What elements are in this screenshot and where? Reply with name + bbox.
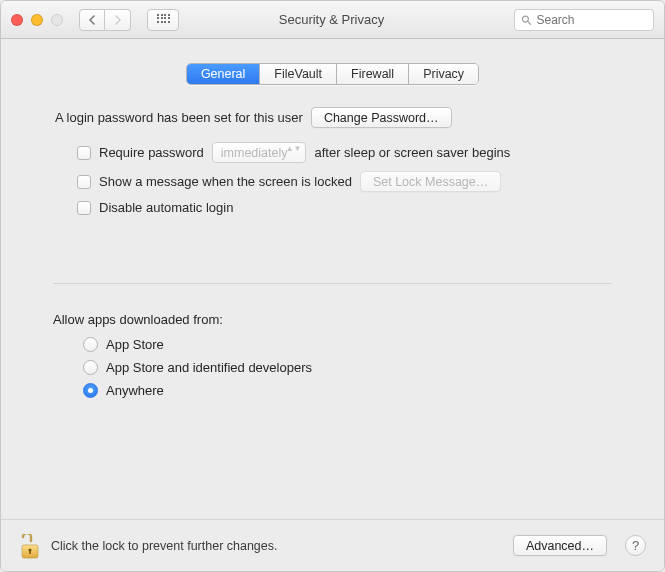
updown-icon: ▲▼: [286, 145, 302, 153]
set-lock-message-button: Set Lock Message…: [360, 171, 501, 192]
tab-filevault[interactable]: FileVault: [260, 64, 337, 84]
svg-line-1: [528, 21, 531, 24]
popup-value: immediately: [221, 146, 288, 160]
chevron-left-icon: [88, 15, 96, 25]
login-section: A login password has been set for this u…: [53, 107, 612, 284]
window-controls: [11, 14, 63, 26]
disable-auto-login-row: Disable automatic login: [77, 200, 612, 215]
radio-button[interactable]: [83, 383, 98, 398]
show-message-row: Show a message when the screen is locked…: [77, 171, 612, 192]
chevron-right-icon: [114, 15, 122, 25]
button-label: Change Password…: [324, 111, 439, 125]
svg-rect-4: [29, 550, 31, 554]
advanced-button[interactable]: Advanced…: [513, 535, 607, 556]
gatekeeper-options: App Store App Store and identified devel…: [83, 337, 612, 398]
radio-label: App Store and identified developers: [106, 360, 312, 375]
option-app-store[interactable]: App Store: [83, 337, 612, 352]
minimize-window-button[interactable]: [31, 14, 43, 26]
window-title: Security & Privacy: [159, 12, 504, 27]
require-password-label: Require password: [99, 145, 204, 160]
help-icon: ?: [632, 538, 639, 553]
radio-button[interactable]: [83, 337, 98, 352]
tab-firewall[interactable]: Firewall: [337, 64, 409, 84]
lock-hint-text: Click the lock to prevent further change…: [51, 539, 503, 553]
svg-point-0: [522, 16, 528, 22]
help-button[interactable]: ?: [625, 535, 646, 556]
forward-button[interactable]: [105, 9, 131, 31]
tab-label: Firewall: [351, 67, 394, 81]
tab-label: Privacy: [423, 67, 464, 81]
nav-buttons: [79, 9, 131, 31]
search-icon: [521, 14, 532, 26]
tab-label: FileVault: [274, 67, 322, 81]
require-password-checkbox[interactable]: [77, 146, 91, 160]
button-label: Set Lock Message…: [373, 175, 488, 189]
content-area: General FileVault Firewall Privacy A log…: [1, 39, 664, 519]
search-input[interactable]: [537, 13, 647, 27]
require-password-suffix: after sleep or screen saver begins: [314, 145, 510, 160]
show-message-checkbox[interactable]: [77, 175, 91, 189]
require-password-row: Require password immediately ▲▼ after sl…: [77, 142, 612, 163]
titlebar: Security & Privacy: [1, 1, 664, 39]
button-label: Advanced…: [526, 539, 594, 553]
tab-privacy[interactable]: Privacy: [409, 64, 478, 84]
lock-button[interactable]: [19, 532, 41, 560]
gatekeeper-heading: Allow apps downloaded from:: [53, 312, 612, 327]
back-button[interactable]: [79, 9, 105, 31]
login-status-text: A login password has been set for this u…: [55, 110, 303, 125]
preferences-window: Security & Privacy General FileVault Fir…: [0, 0, 665, 572]
disable-auto-login-label: Disable automatic login: [99, 200, 233, 215]
close-window-button[interactable]: [11, 14, 23, 26]
radio-label: App Store: [106, 337, 164, 352]
option-anywhere[interactable]: Anywhere: [83, 383, 612, 398]
change-password-button[interactable]: Change Password…: [311, 107, 452, 128]
radio-label: Anywhere: [106, 383, 164, 398]
general-panel: A login password has been set for this u…: [17, 101, 648, 398]
zoom-window-button: [51, 14, 63, 26]
require-password-delay-popup[interactable]: immediately ▲▼: [212, 142, 307, 163]
search-field[interactable]: [514, 9, 654, 31]
radio-button[interactable]: [83, 360, 98, 375]
disable-auto-login-checkbox[interactable]: [77, 201, 91, 215]
footer: Click the lock to prevent further change…: [1, 519, 664, 571]
gatekeeper-section: Allow apps downloaded from: App Store Ap…: [53, 284, 612, 398]
option-identified-developers[interactable]: App Store and identified developers: [83, 360, 612, 375]
tab-general[interactable]: General: [187, 64, 260, 84]
lock-open-icon: [19, 534, 41, 560]
tab-bar: General FileVault Firewall Privacy: [186, 63, 479, 85]
show-message-label: Show a message when the screen is locked: [99, 174, 352, 189]
tab-label: General: [201, 67, 245, 81]
